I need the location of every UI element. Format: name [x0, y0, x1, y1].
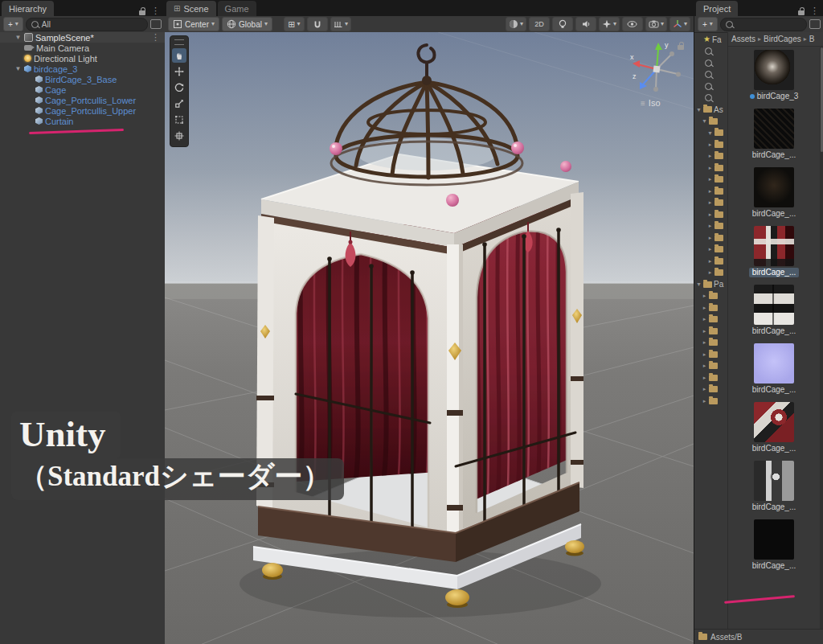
project-tree-item[interactable]: ▼ As [694, 104, 727, 116]
expand-arrow-icon[interactable]: ▸ [707, 176, 713, 183]
asset-item[interactable]: birdCage_... [749, 343, 799, 395]
create-object-button[interactable]: + ▾ [3, 17, 23, 31]
project-tree-item[interactable] [694, 69, 727, 81]
project-tree-item[interactable]: ▸ [694, 372, 727, 384]
expand-arrow-icon[interactable]: ▸ [707, 165, 713, 171]
asset-thumbnail[interactable] [754, 402, 794, 442]
transform-tool-button[interactable] [172, 129, 186, 143]
tab-project[interactable]: Project [696, 1, 738, 16]
project-tree-item[interactable]: ▸ [694, 139, 727, 151]
hierarchy-options-icon[interactable] [150, 19, 162, 29]
asset-thumbnail[interactable] [754, 109, 794, 149]
project-search-input[interactable] [720, 18, 807, 31]
project-tree-item[interactable] [694, 92, 727, 105]
asset-thumbnail[interactable] [754, 343, 794, 384]
grid-visibility-button[interactable]: ⊞ ▾ [284, 17, 305, 31]
gizmo-lock-icon[interactable] [678, 45, 684, 50]
hierarchy-item[interactable]: BirdCage_3_Base [0, 74, 165, 84]
expand-arrow-icon[interactable]: ▸ [707, 235, 713, 241]
hierarchy-item[interactable]: Directional Light [0, 53, 165, 64]
view-tool-button[interactable] [172, 48, 186, 63]
asset-item[interactable]: birdCage_... [749, 226, 799, 277]
project-tree-item[interactable]: ▸ [694, 384, 727, 396]
panel-menu-icon[interactable]: ⋮ [810, 6, 819, 16]
breadcrumb-item[interactable]: Assets [731, 35, 755, 43]
project-tree-item[interactable]: ▸ [694, 302, 727, 314]
asset-item[interactable]: birdCage_... [749, 402, 799, 453]
hierarchy-item[interactable]: Main Camera [0, 43, 165, 53]
expand-arrow-icon[interactable]: ▸ [707, 246, 713, 252]
lock-icon[interactable] [139, 10, 145, 15]
gizmos-dropdown-button[interactable]: ▾ [669, 17, 690, 31]
expand-arrow-icon[interactable]: ▸ [707, 188, 713, 195]
effects-dropdown-button[interactable]: ▾ [599, 17, 620, 31]
project-tree-item[interactable]: ▸ [694, 150, 727, 162]
breadcrumb-item[interactable]: BirdCages [764, 35, 801, 43]
lock-icon[interactable] [798, 10, 805, 15]
asset-item[interactable]: birdCage_... [749, 461, 799, 512]
project-scrollbar[interactable] [820, 46, 823, 630]
expand-arrow-icon[interactable]: ▸ [702, 351, 707, 358]
rect-tool-button[interactable] [172, 113, 186, 127]
expand-arrow-icon[interactable]: ▸ [702, 328, 707, 334]
snap-increment-button[interactable]: ▾ [330, 17, 351, 31]
expand-arrow-icon[interactable]: ▸ [702, 316, 707, 322]
hierarchy-item[interactable]: ▼ birdcage_3 [0, 64, 165, 74]
expand-arrow-icon[interactable]: ▼ [14, 65, 22, 72]
expand-arrow-icon[interactable]: ▸ [702, 339, 707, 346]
hierarchy-item[interactable]: Cage [0, 84, 165, 95]
expand-arrow-icon[interactable]: ▸ [702, 375, 707, 381]
2d-toggle-button[interactable]: 2D [529, 17, 550, 31]
project-tree-item[interactable]: ▸ [694, 232, 727, 244]
project-tree-item[interactable]: ▼ Pa [694, 279, 727, 291]
project-tree-item[interactable]: ▸ [694, 337, 727, 349]
hierarchy-item[interactable]: Cage_Portcullis_Upper [0, 105, 165, 116]
palette-drag-handle[interactable] [174, 39, 184, 45]
audio-toggle-button[interactable] [575, 17, 596, 31]
asset-thumbnail[interactable] [754, 50, 794, 90]
project-tree-item[interactable]: ▸ [694, 244, 727, 256]
asset-item[interactable]: birdCage_... [749, 519, 799, 571]
asset-item[interactable]: birdCage_... [749, 285, 799, 336]
project-options-icon[interactable] [809, 19, 821, 29]
hierarchy-scene-row[interactable]: ▼ SampleScene* ⋮ [0, 32, 165, 43]
expand-arrow-icon[interactable]: ▸ [707, 269, 713, 276]
asset-thumbnail[interactable] [754, 461, 794, 501]
tab-game[interactable]: Game [218, 1, 256, 16]
camera-settings-button[interactable]: ▾ [645, 17, 667, 31]
projection-mode-toggle[interactable]: ≡ Iso [641, 98, 661, 108]
expand-arrow-icon[interactable]: ▸ [707, 258, 713, 265]
hierarchy-search-input[interactable]: All [26, 18, 148, 31]
expand-arrow-icon[interactable]: ▸ [707, 142, 713, 148]
asset-thumbnail[interactable] [754, 519, 794, 560]
project-tree-item[interactable]: ▼ [694, 127, 727, 139]
project-tree-item[interactable]: ▸ [694, 396, 727, 408]
expand-arrow-icon[interactable]: ▼ [707, 130, 713, 136]
scene-viewport[interactable]: y x z ≡ Iso [165, 32, 694, 644]
asset-item[interactable]: birdCage_3 [747, 50, 802, 101]
rotate-tool-button[interactable] [172, 80, 186, 95]
lighting-toggle-button[interactable] [552, 17, 573, 31]
pivot-mode-button[interactable]: Center ▾ [168, 17, 219, 31]
expand-arrow-icon[interactable]: ▸ [702, 386, 707, 392]
expand-arrow-icon[interactable]: ▼ [702, 118, 707, 124]
expand-arrow-icon[interactable]: ▸ [702, 293, 707, 299]
project-tree-item[interactable]: ▼ [694, 116, 727, 128]
scene-visibility-button[interactable] [622, 17, 643, 31]
expand-arrow-icon[interactable]: ▸ [702, 398, 707, 404]
asset-thumbnail[interactable] [754, 226, 794, 266]
project-tree-item[interactable]: ▸ [694, 314, 727, 326]
project-tree-item[interactable] [694, 46, 727, 58]
expand-arrow-icon[interactable]: ▼ [696, 107, 702, 113]
scale-tool-button[interactable] [172, 96, 186, 111]
tab-hierarchy[interactable]: Hierarchy [2, 1, 54, 16]
project-tree-item[interactable]: ▸ [694, 197, 727, 209]
expand-arrow-icon[interactable]: ▸ [702, 305, 707, 311]
hierarchy-item[interactable]: Cage_Portcullis_Lower [0, 95, 165, 105]
project-tree-item[interactable]: ▸ [694, 209, 727, 221]
project-tree-item[interactable]: ▸ [694, 220, 727, 232]
expand-arrow-icon[interactable]: ▼ [14, 34, 22, 41]
project-tree-item[interactable]: ★ Fa [694, 34, 727, 46]
project-tree-item[interactable]: ▸ [694, 326, 727, 338]
project-tree-item[interactable]: ▸ [694, 256, 727, 268]
